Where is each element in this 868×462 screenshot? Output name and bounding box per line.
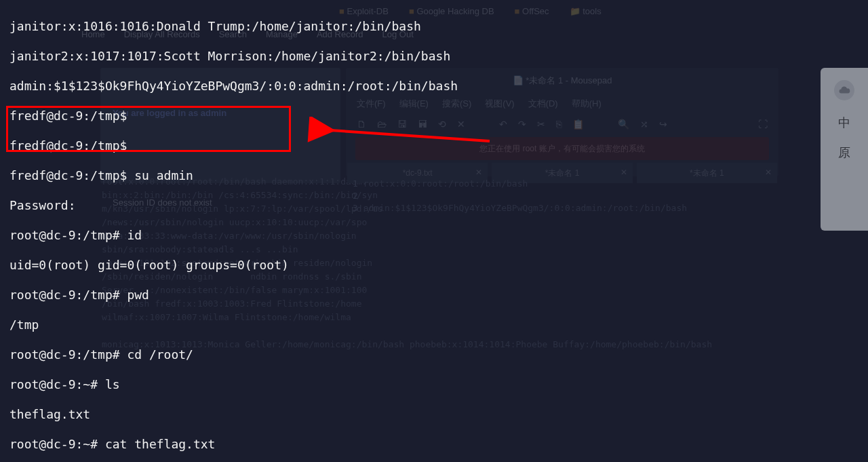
term-line: Password: xyxy=(9,198,863,213)
term-line: uid=0(root) gid=0(root) groups=0(root) xyxy=(9,258,863,273)
term-line: /tmp xyxy=(9,317,863,332)
term-line: fredf@dc-9:/tmp$ xyxy=(9,109,863,123)
term-line: root@dc-9:~# ls xyxy=(9,377,863,392)
term-line: root@dc-9:/tmp# pwd xyxy=(9,288,863,303)
term-line: fredf@dc-9:/tmp$ xyxy=(9,138,863,153)
term-line: janitor:x:1016:1016:Donald Trump:/home/j… xyxy=(9,19,863,34)
term-line: root@dc-9:/tmp# id xyxy=(9,228,863,243)
term-line: theflag.txt xyxy=(9,407,863,422)
term-line: janitor2:x:1017:1017:Scott Morrison:/hom… xyxy=(9,49,863,64)
terminal[interactable]: janitor:x:1016:1016:Donald Trump:/home/j… xyxy=(0,0,868,462)
term-line: root@dc-9:/tmp# cd /root/ xyxy=(9,347,863,362)
term-line: fredf@dc-9:/tmp$ su admin xyxy=(9,168,863,183)
term-line: root@dc-9:~# cat theflag.txt xyxy=(9,437,863,452)
term-line: admin:$1$123$Ok9FhQy4YioYZeBPwQgm3/:0:0:… xyxy=(9,79,863,94)
